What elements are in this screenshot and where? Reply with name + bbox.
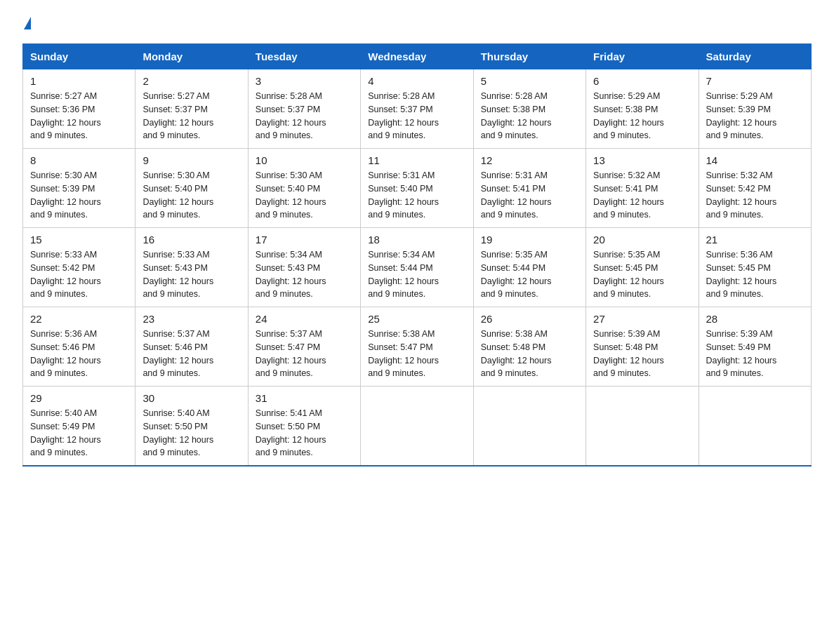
- day-info: Sunrise: 5:28 AMSunset: 5:37 PMDaylight:…: [256, 91, 326, 140]
- weekday-header-row: SundayMondayTuesdayWednesdayThursdayFrid…: [23, 44, 812, 69]
- day-number: 29: [30, 392, 128, 404]
- day-number: 28: [706, 313, 804, 325]
- calendar-cell: 25Sunrise: 5:38 AMSunset: 5:47 PMDayligh…: [361, 307, 473, 387]
- weekday-header-friday: Friday: [586, 44, 699, 69]
- calendar-cell: 4Sunrise: 5:28 AMSunset: 5:37 PMDaylight…: [361, 69, 473, 149]
- day-number: 13: [593, 154, 691, 166]
- day-number: 25: [368, 313, 465, 325]
- day-info: Sunrise: 5:31 AMSunset: 5:40 PMDaylight:…: [368, 170, 439, 220]
- calendar-cell: 13Sunrise: 5:32 AMSunset: 5:41 PMDayligh…: [586, 149, 699, 228]
- day-number: 12: [481, 154, 578, 166]
- calendar-table: SundayMondayTuesdayWednesdayThursdayFrid…: [22, 43, 812, 467]
- day-number: 27: [593, 313, 691, 325]
- day-info: Sunrise: 5:27 AMSunset: 5:37 PMDaylight:…: [143, 91, 213, 140]
- calendar-cell: 10Sunrise: 5:30 AMSunset: 5:40 PMDayligh…: [248, 149, 360, 228]
- day-info: Sunrise: 5:40 AMSunset: 5:49 PMDaylight:…: [30, 408, 101, 457]
- day-info: Sunrise: 5:27 AMSunset: 5:36 PMDaylight:…: [30, 91, 101, 140]
- calendar-cell: 15Sunrise: 5:33 AMSunset: 5:42 PMDayligh…: [23, 228, 135, 307]
- day-number: 9: [143, 154, 240, 166]
- calendar-cell: 14Sunrise: 5:32 AMSunset: 5:42 PMDayligh…: [699, 149, 811, 228]
- calendar-cell: 9Sunrise: 5:30 AMSunset: 5:40 PMDaylight…: [135, 149, 248, 228]
- calendar-cell: 27Sunrise: 5:39 AMSunset: 5:48 PMDayligh…: [586, 307, 699, 387]
- day-info: Sunrise: 5:34 AMSunset: 5:44 PMDaylight:…: [368, 250, 439, 299]
- day-info: Sunrise: 5:30 AMSunset: 5:39 PMDaylight:…: [30, 170, 101, 220]
- day-info: Sunrise: 5:30 AMSunset: 5:40 PMDaylight:…: [143, 170, 213, 220]
- day-number: 3: [256, 75, 353, 87]
- day-info: Sunrise: 5:28 AMSunset: 5:38 PMDaylight:…: [481, 91, 552, 140]
- calendar-cell: 12Sunrise: 5:31 AMSunset: 5:41 PMDayligh…: [473, 149, 585, 228]
- calendar-cell: [473, 387, 585, 467]
- weekday-header-monday: Monday: [135, 44, 248, 69]
- calendar-cell: 28Sunrise: 5:39 AMSunset: 5:49 PMDayligh…: [699, 307, 811, 387]
- calendar-cell: 20Sunrise: 5:35 AMSunset: 5:45 PMDayligh…: [586, 228, 699, 307]
- day-number: 11: [368, 154, 465, 166]
- weekday-header-sunday: Sunday: [23, 44, 135, 69]
- calendar-cell: 30Sunrise: 5:40 AMSunset: 5:50 PMDayligh…: [135, 387, 248, 467]
- day-number: 19: [481, 234, 578, 246]
- calendar-cell: 6Sunrise: 5:29 AMSunset: 5:38 PMDaylight…: [586, 69, 699, 149]
- calendar-cell: 1Sunrise: 5:27 AMSunset: 5:36 PMDaylight…: [23, 69, 135, 149]
- day-info: Sunrise: 5:32 AMSunset: 5:42 PMDaylight:…: [706, 170, 777, 220]
- calendar-cell: 18Sunrise: 5:34 AMSunset: 5:44 PMDayligh…: [361, 228, 473, 307]
- logo-triangle-icon: [24, 17, 31, 29]
- calendar-cell: [361, 387, 473, 467]
- day-info: Sunrise: 5:39 AMSunset: 5:48 PMDaylight:…: [593, 329, 664, 378]
- day-number: 18: [368, 234, 465, 246]
- calendar-cell: 2Sunrise: 5:27 AMSunset: 5:37 PMDaylight…: [135, 69, 248, 149]
- day-info: Sunrise: 5:35 AMSunset: 5:44 PMDaylight:…: [481, 250, 552, 299]
- calendar-cell: 29Sunrise: 5:40 AMSunset: 5:49 PMDayligh…: [23, 387, 135, 467]
- week-row-3: 15Sunrise: 5:33 AMSunset: 5:42 PMDayligh…: [23, 228, 812, 307]
- day-number: 6: [593, 75, 691, 87]
- day-info: Sunrise: 5:36 AMSunset: 5:45 PMDaylight:…: [706, 250, 777, 299]
- day-number: 2: [143, 75, 240, 87]
- weekday-header-saturday: Saturday: [699, 44, 811, 69]
- calendar-cell: 7Sunrise: 5:29 AMSunset: 5:39 PMDaylight…: [699, 69, 811, 149]
- day-info: Sunrise: 5:33 AMSunset: 5:42 PMDaylight:…: [30, 250, 101, 299]
- day-info: Sunrise: 5:38 AMSunset: 5:47 PMDaylight:…: [368, 329, 439, 378]
- logo: [22, 17, 31, 31]
- day-info: Sunrise: 5:38 AMSunset: 5:48 PMDaylight:…: [481, 329, 552, 378]
- day-number: 26: [481, 313, 578, 325]
- day-info: Sunrise: 5:40 AMSunset: 5:50 PMDaylight:…: [143, 408, 213, 457]
- day-number: 8: [30, 154, 128, 166]
- day-info: Sunrise: 5:33 AMSunset: 5:43 PMDaylight:…: [143, 250, 213, 299]
- day-info: Sunrise: 5:35 AMSunset: 5:45 PMDaylight:…: [593, 250, 664, 299]
- day-info: Sunrise: 5:41 AMSunset: 5:50 PMDaylight:…: [256, 408, 326, 457]
- calendar-cell: 8Sunrise: 5:30 AMSunset: 5:39 PMDaylight…: [23, 149, 135, 228]
- day-number: 15: [30, 234, 128, 246]
- day-number: 23: [143, 313, 240, 325]
- calendar-cell: [699, 387, 811, 467]
- day-info: Sunrise: 5:34 AMSunset: 5:43 PMDaylight:…: [256, 250, 326, 299]
- week-row-2: 8Sunrise: 5:30 AMSunset: 5:39 PMDaylight…: [23, 149, 812, 228]
- day-number: 14: [706, 154, 804, 166]
- calendar-cell: 22Sunrise: 5:36 AMSunset: 5:46 PMDayligh…: [23, 307, 135, 387]
- weekday-header-thursday: Thursday: [473, 44, 585, 69]
- calendar-cell: 31Sunrise: 5:41 AMSunset: 5:50 PMDayligh…: [248, 387, 360, 467]
- day-number: 20: [593, 234, 691, 246]
- day-info: Sunrise: 5:28 AMSunset: 5:37 PMDaylight:…: [368, 91, 439, 140]
- day-number: 17: [256, 234, 353, 246]
- calendar-cell: 16Sunrise: 5:33 AMSunset: 5:43 PMDayligh…: [135, 228, 248, 307]
- day-info: Sunrise: 5:36 AMSunset: 5:46 PMDaylight:…: [30, 329, 101, 378]
- logo-blue-part: [22, 17, 31, 31]
- day-number: 24: [256, 313, 353, 325]
- calendar-cell: 17Sunrise: 5:34 AMSunset: 5:43 PMDayligh…: [248, 228, 360, 307]
- day-info: Sunrise: 5:37 AMSunset: 5:47 PMDaylight:…: [256, 329, 326, 378]
- calendar-cell: 23Sunrise: 5:37 AMSunset: 5:46 PMDayligh…: [135, 307, 248, 387]
- day-number: 21: [706, 234, 804, 246]
- day-info: Sunrise: 5:31 AMSunset: 5:41 PMDaylight:…: [481, 170, 552, 220]
- weekday-header-tuesday: Tuesday: [248, 44, 360, 69]
- day-number: 22: [30, 313, 128, 325]
- calendar-cell: 11Sunrise: 5:31 AMSunset: 5:40 PMDayligh…: [361, 149, 473, 228]
- calendar-cell: [586, 387, 699, 467]
- calendar-cell: 24Sunrise: 5:37 AMSunset: 5:47 PMDayligh…: [248, 307, 360, 387]
- day-info: Sunrise: 5:37 AMSunset: 5:46 PMDaylight:…: [143, 329, 213, 378]
- day-info: Sunrise: 5:29 AMSunset: 5:39 PMDaylight:…: [706, 91, 777, 140]
- day-number: 30: [143, 392, 240, 404]
- day-info: Sunrise: 5:30 AMSunset: 5:40 PMDaylight:…: [256, 170, 326, 220]
- day-number: 4: [368, 75, 465, 87]
- week-row-4: 22Sunrise: 5:36 AMSunset: 5:46 PMDayligh…: [23, 307, 812, 387]
- day-number: 31: [256, 392, 353, 404]
- day-number: 7: [706, 75, 804, 87]
- calendar-cell: 5Sunrise: 5:28 AMSunset: 5:38 PMDaylight…: [473, 69, 585, 149]
